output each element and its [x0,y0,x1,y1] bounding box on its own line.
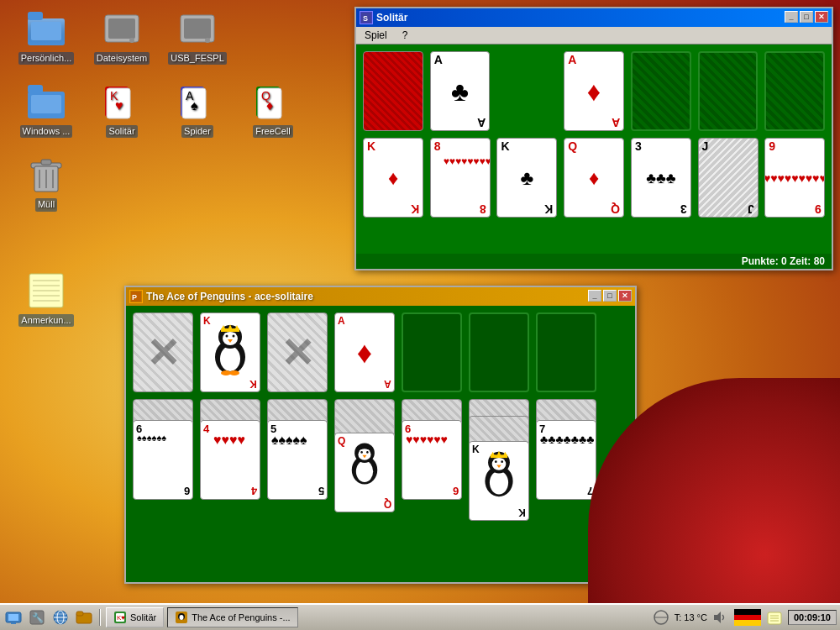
tableau-4: Q ♦ Q [564,138,624,247]
svg-text:♦: ♦ [266,98,273,113]
penguins-close-btn[interactable]: ✕ [618,290,632,302]
peng-tab2-front[interactable]: 4 ♥♥♥♥ 4 [200,420,260,500]
peng-stock[interactable]: ✕ [133,312,193,392]
drive-icon [102,8,142,49]
peng-tab4-front[interactable]: Q Q [334,433,395,512]
peng-stock2[interactable]: ✕ [267,312,328,392]
penguins-window: P The Ace of Penguins - ace-solitaire _ … [124,286,637,584]
svg-point-66 [490,471,508,495]
stock-x-mark: ✕ [146,329,180,376]
peng-foundation-4[interactable] [536,312,596,392]
peng-foundation-2[interactable] [402,312,462,392]
svg-rect-79 [8,614,18,621]
icon-solitaire[interactable]: K ♥ Solitär [88,81,155,138]
german-flag [734,609,761,626]
tableau-7-card[interactable]: 9 ♥♥♥♥♥♥♥♥♥ 9 [764,138,825,218]
peng-tab7-front[interactable]: 7 ♣♣♣♣♣♣♣ 7 [536,420,596,500]
svg-rect-11 [28,85,43,93]
taskbar-icon-1[interactable] [3,607,24,627]
svg-point-95 [180,615,184,620]
stock2-x-mark: ✕ [281,329,314,376]
svg-point-9 [205,38,210,43]
icon-personal[interactable]: Persönlich... [13,8,80,65]
solitaire-score-bar: Punkte: 0 Zeit: 80 [356,254,832,269]
solitaire-window: S Solitär _ □ ✕ Spiel ? A ♣ [354,7,833,270]
tableau-6-card[interactable]: J J [698,138,759,218]
svg-text:♠: ♠ [191,98,198,113]
svg-text:🔧: 🔧 [32,612,44,623]
waste-rank-bottom: A [477,117,486,129]
peng-tab6-front[interactable]: K [469,441,529,521]
icon-trash[interactable]: Müll [13,155,80,211]
taskbar-sep-1 [99,609,101,626]
svg-rect-8 [184,18,211,39]
tableau-4-card[interactable]: Q ♦ Q [564,138,624,218]
taskbar-icon-4[interactable] [74,607,94,627]
penguins-maximize-btn[interactable]: □ [603,290,617,302]
solitaire-close-btn[interactable]: ✕ [815,11,828,23]
tableau-6: J J [698,138,759,247]
svg-text:P: P [132,293,137,302]
penguins-title-icon: P [129,290,143,303]
icon-usb[interactable]: USB_FESPL [164,8,231,65]
peng-found1-rank-bottom: A [384,378,391,390]
icon-spider-label: Spider [181,125,213,138]
svg-rect-53 [221,328,239,332]
taskbar-clock-area: T: 13 °C [653,609,837,626]
peng-tab5-front[interactable]: 6 ♥♥♥♥♥♥ 6 [402,420,462,500]
svg-text:K♥: K♥ [117,614,125,622]
foundation-2[interactable] [631,51,691,131]
peng-tableau-5: 6 ♥♥♥♥♥♥ 6 [402,399,462,550]
solitaire-tableau: K ♦ K 8 ♥♥♥♥♥♥♥♥ 8 [363,138,825,247]
solitaire-maximize-btn[interactable]: □ [800,11,813,23]
icon-filesystem[interactable]: Dateisystem [88,8,155,65]
tray-network-icon[interactable] [653,609,669,626]
icon-spider[interactable]: A ♠ Spider [164,81,231,138]
solitaire-minimize-btn[interactable]: _ [785,11,798,23]
penguin-figure [209,322,251,376]
penguins-minimize-btn[interactable]: _ [588,290,601,302]
foundation-1[interactable]: A ♦ A [564,51,624,131]
tableau-1-top[interactable]: K ♦ K [363,138,423,218]
tableau-3-card[interactable]: K ♣ K [496,138,557,218]
svg-rect-30 [41,160,51,165]
taskbar-btn-penguins[interactable]: The Ace of Penguins -... [167,607,297,627]
peng-tab6-penguin [478,449,520,499]
icon-windows-label: Windows ... [20,125,73,138]
folder-icon [26,8,66,49]
tableau-5: 3 ♣♣♣ 3 [631,138,691,247]
penguins-game-area: ✕ K [126,306,635,582]
tray-notes-icon[interactable] [766,609,783,626]
foundation-4[interactable] [764,51,825,131]
foundation-3[interactable] [698,51,759,131]
stock-pile[interactable] [363,51,423,131]
peng-tableau-3: 5 ♠♠♠♠♠ 5 [267,399,328,550]
taskbar-btn-solitaire[interactable]: K♥ Solitär [106,607,164,627]
taskbar-icon-3[interactable] [50,607,71,627]
icon-windows[interactable]: Windows ... [13,81,80,138]
icon-freecell[interactable]: Q ♦ FreeCell [239,81,307,138]
penguins-titlebar[interactable]: P The Ace of Penguins - ace-solitaire _ … [126,287,635,306]
tableau-2-card1[interactable]: 8 ♥♥♥♥♥♥♥♥ 8 [430,138,491,218]
svg-text:S: S [363,14,368,23]
peng-foundation-3[interactable] [469,312,529,392]
tray-speaker-icon[interactable] [712,609,729,626]
peng-tab3-front[interactable]: 5 ♠♠♠♠♠ 5 [267,420,328,500]
svg-point-71 [495,460,497,463]
menu-spiel[interactable]: Spiel [361,29,391,42]
menu-help[interactable]: ? [399,29,412,42]
taskbar: 🔧 K♥ Solitär [0,603,840,630]
found1-rank-bottom: A [612,117,620,129]
peng-waste[interactable]: K [200,312,260,392]
taskbar-icon-2[interactable]: 🔧 [27,607,47,627]
peng-foundation-1[interactable]: A ♦ A [334,312,395,392]
solitaire-titlebar[interactable]: S Solitär _ □ ✕ [356,8,832,27]
svg-point-42 [220,346,240,371]
waste-rank-top: A [434,54,443,66]
solitaire-gap [496,51,557,131]
usb-drive-icon [177,8,218,49]
tableau-5-card[interactable]: 3 ♣♣♣ 3 [631,138,691,218]
waste-pile[interactable]: A ♣ A [430,51,491,131]
icon-notes[interactable]: Anmerkun... [13,270,80,327]
peng-tab1-front[interactable]: 6 ♠♠♠♠♠♠ 6 [133,420,193,500]
